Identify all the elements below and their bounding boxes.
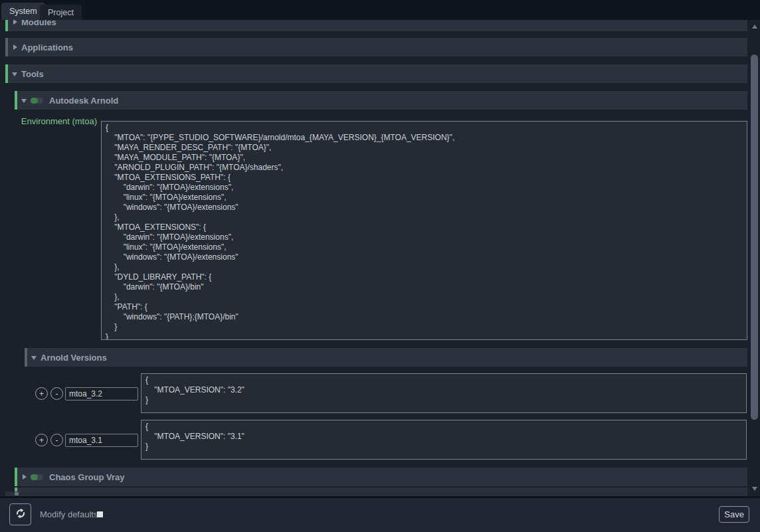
settings-window: System Project Modules Applications Tool… (0, 0, 760, 532)
horizontal-scrollbar[interactable] (5, 491, 747, 496)
scroll-down-icon[interactable] (752, 487, 757, 491)
settings-scroll-area: Modules Applications Tools Autodesk Arno… (0, 20, 749, 496)
section-header-autodesk-arnold[interactable]: Autodesk Arnold (15, 91, 747, 110)
arnold-accent-bar (15, 91, 17, 110)
section-label: Arnold Versions (41, 353, 107, 363)
section-label: Applications (21, 43, 73, 52)
section-label: Autodesk Arnold (49, 96, 118, 106)
toggle-knob (31, 98, 38, 104)
environment-mtoa-label: Environment (mtoa) (5, 116, 97, 126)
section-header-tools[interactable]: Tools (5, 64, 747, 83)
section-label: Chaos Group Vray (49, 472, 124, 482)
scroll-up-icon[interactable] (752, 25, 757, 29)
footer-bar: Modify defaults Save (0, 497, 760, 532)
section-label: Modules (21, 20, 56, 27)
applications-accent-bar (5, 38, 8, 56)
version-value-editor[interactable]: { "MTOA_VERSION": "3.1" } (141, 420, 747, 460)
vertical-scrollbar-thumb[interactable] (751, 54, 758, 420)
tab-project[interactable]: Project (40, 5, 82, 20)
section-header-modules[interactable]: Modules (5, 20, 747, 31)
vray-enabled-toggle[interactable] (31, 474, 43, 480)
chevron-down-icon (12, 72, 17, 76)
section-label: Tools (21, 69, 44, 79)
chevron-right-icon (13, 44, 17, 50)
section-header-arnold-versions[interactable]: Arnold Versions (25, 348, 747, 367)
chevron-down-icon (31, 356, 37, 360)
section-header-applications[interactable]: Applications (5, 38, 747, 56)
tools-accent-bar (5, 64, 8, 83)
arnold-versions-accent-bar (25, 348, 27, 367)
add-version-button[interactable]: + (35, 387, 48, 400)
tab-system[interactable]: System (1, 3, 45, 20)
modify-defaults-label: Modify defaults (40, 509, 98, 519)
refresh-icon (15, 507, 27, 521)
environment-mtoa-editor[interactable]: { "MTOA": "{PYPE_STUDIO_SOFTWARE}/arnold… (101, 121, 747, 340)
add-version-button[interactable]: + (35, 434, 48, 446)
modules-accent-bar (5, 20, 8, 31)
vertical-scrollbar[interactable] (749, 20, 760, 496)
refresh-button[interactable] (9, 503, 31, 525)
horizontal-scrollbar-thumb[interactable] (15, 492, 19, 495)
vray-accent-bar (15, 468, 17, 486)
chevron-down-icon (21, 99, 27, 103)
modify-defaults-checkbox[interactable] (97, 511, 103, 517)
tab-bar: System Project (0, 0, 760, 20)
version-key-input[interactable] (65, 434, 138, 447)
remove-version-button[interactable]: - (50, 387, 63, 400)
chevron-right-icon (23, 474, 27, 480)
section-header-chaos-group-vray[interactable]: Chaos Group Vray (15, 468, 747, 486)
version-key-input[interactable] (65, 387, 138, 400)
version-value-editor[interactable]: { "MTOA_VERSION": "3.2" } (141, 373, 747, 413)
chevron-right-icon (13, 20, 17, 25)
toggle-knob (31, 474, 38, 480)
remove-version-button[interactable]: - (50, 434, 63, 446)
arnold-enabled-toggle[interactable] (31, 98, 43, 104)
save-button[interactable]: Save (719, 506, 749, 523)
